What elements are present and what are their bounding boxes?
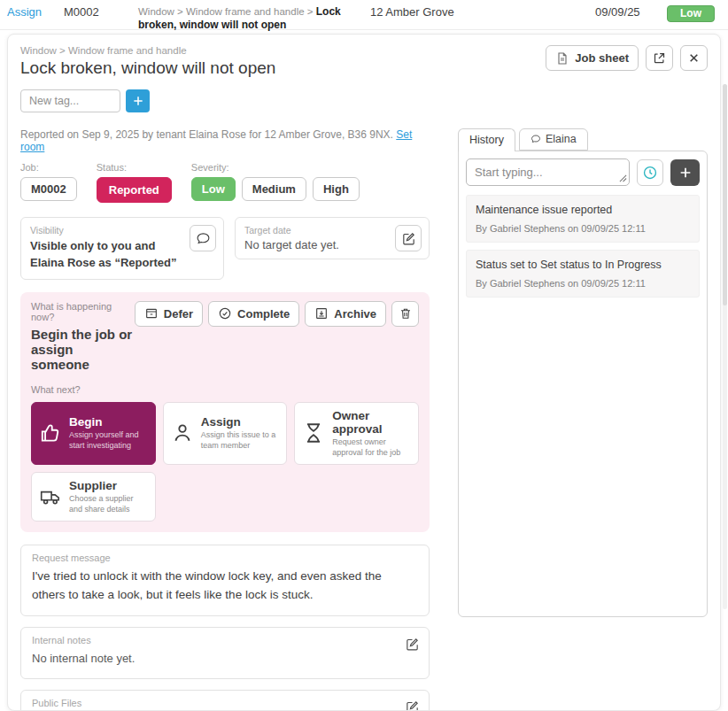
entry-meta: By Gabriel Stephens on 09/09/25 12:11 [476, 223, 690, 234]
header-actions: Job sheet [546, 45, 708, 71]
check-circle-icon [218, 306, 232, 321]
close-icon [688, 52, 700, 64]
target-date-text: No target date yet. [244, 238, 339, 251]
tile-text: Assign Assign this issue to a team membe… [201, 415, 280, 451]
tab-chat-label: Elaina [546, 133, 577, 145]
assign-action-tile[interactable]: Assign Assign this issue to a team membe… [163, 402, 288, 465]
visibility-text: Visible only to you and Elaina Rose as “… [30, 238, 184, 272]
request-message-section: Request message I've tried to unlock it … [20, 545, 430, 616]
add-history-entry-button[interactable] [670, 159, 700, 186]
job-label: Job: [20, 162, 77, 173]
request-message-label: Request message [32, 553, 418, 563]
history-input-row [466, 158, 700, 186]
reported-text: Reported on Sep 9, 2025 by tenant Elaina… [20, 128, 396, 141]
scrollbar-thumb[interactable] [723, 84, 727, 305]
status-pill[interactable]: Reported [97, 177, 172, 203]
add-tag-button[interactable] [126, 89, 150, 112]
target-date-label: Target date [244, 225, 339, 236]
delete-button[interactable] [391, 301, 419, 327]
next-actions-grid: Begin Assign yourself and start investig… [31, 402, 419, 522]
entry-title: Status set to Set status to In Progress [476, 259, 690, 271]
entry-meta: By Gabriel Stephens on 09/09/25 12:11 [476, 278, 690, 289]
internal-notes-section: Internal notes No internal note yet. [20, 627, 430, 679]
now-actions: Defer Complete Archive [135, 301, 419, 327]
plus-icon [132, 95, 144, 107]
history-entry: Maintenance issue reported By Gabriel St… [466, 195, 700, 243]
complete-button[interactable]: Complete [208, 301, 299, 327]
speech-bubble-icon [196, 231, 211, 246]
right-column: History Elaina [458, 128, 708, 711]
severity-high-pill[interactable]: High [313, 177, 360, 201]
edit-icon [401, 231, 416, 246]
clock-icon [642, 165, 658, 181]
tile-title: Owner approval [332, 409, 411, 436]
archive-button[interactable]: Archive [305, 301, 386, 327]
complete-label: Complete [237, 307, 290, 321]
tag-row [20, 89, 708, 112]
speech-bubble-icon [531, 134, 541, 144]
archive-icon [314, 306, 329, 321]
supplier-action-tile[interactable]: Supplier Choose a supplier and share det… [31, 472, 156, 522]
history-note-input[interactable] [466, 158, 630, 186]
tile-subtitle: Assign this issue to a team member [201, 429, 280, 451]
history-entries: Maintenance issue reported By Gabriel St… [466, 195, 700, 298]
visibility-text-block: Visibility Visible only to you and Elain… [30, 225, 184, 272]
now-text-block: What is happening now? Begin the job or … [31, 301, 135, 372]
tile-title: Supplier [69, 479, 148, 492]
tile-text: Begin Assign yourself and start investig… [69, 415, 148, 451]
tab-chat-elaina[interactable]: Elaina [519, 128, 588, 151]
history-tabs: History Elaina [458, 128, 708, 151]
internal-notes-edit-icon[interactable] [405, 637, 420, 652]
topbar-address: 12 Amber Grove [370, 5, 595, 19]
public-files-label: Public Files [32, 698, 418, 708]
topbar-breadcrumb[interactable]: Window > Window frame and handle > Lock … [138, 5, 370, 32]
target-date-card: Target date No target date yet. [235, 217, 430, 259]
breadcrumb: Window > Window frame and handle [20, 45, 275, 56]
severity-medium-pill[interactable]: Medium [242, 177, 306, 201]
begin-action-tile[interactable]: Begin Assign yourself and start investig… [31, 402, 156, 465]
visibility-target-row: Visibility Visible only to you and Elain… [20, 217, 430, 280]
tile-title: Begin [69, 415, 148, 429]
public-files-section: Public Files No files yet. [20, 690, 430, 711]
owner-approval-action-tile[interactable]: Owner approval Request owner approval fo… [294, 402, 419, 465]
archive-label: Archive [334, 307, 376, 321]
card-header: Window > Window frame and handle Lock br… [20, 45, 708, 78]
visibility-chat-button[interactable] [190, 225, 216, 251]
request-message-text: I've tried to unlock it with the window … [32, 568, 418, 605]
now-label: What is happening now? [31, 301, 135, 322]
public-files-edit-icon[interactable] [405, 699, 420, 711]
document-icon [555, 51, 569, 66]
open-external-button[interactable] [646, 45, 673, 71]
job-group: Job: M0002 [20, 162, 77, 203]
action-card: What is happening now? Begin the job or … [20, 292, 430, 533]
defer-button[interactable]: Defer [135, 301, 203, 327]
visibility-label: Visibility [30, 225, 184, 236]
status-label: Status: [97, 162, 172, 173]
topbar-date: 09/09/25 [595, 5, 667, 19]
internal-notes-label: Internal notes [32, 635, 418, 645]
tab-history[interactable]: History [458, 128, 515, 151]
job-sheet-button[interactable]: Job sheet [546, 45, 639, 71]
target-date-edit-button[interactable] [395, 225, 422, 251]
tile-title: Assign [201, 415, 280, 429]
topbar-severity-badge: Low [667, 5, 715, 22]
top-bar: Assign M0002 Window > Window frame and h… [0, 0, 728, 30]
visibility-card: Visibility Visible only to you and Elain… [20, 217, 224, 280]
job-sheet-label: Job sheet [575, 51, 629, 65]
meta-row: Job: M0002 Status: Reported Severity: Lo… [20, 162, 430, 203]
external-link-icon [653, 51, 666, 65]
job-id-pill: M0002 [20, 177, 77, 201]
severity-low-pill[interactable]: Low [191, 177, 236, 201]
tile-subtitle: Assign yourself and start investigating [69, 429, 148, 451]
now-text: Begin the job or assign someone [31, 327, 135, 372]
person-icon [171, 421, 194, 444]
topbar-assign-link[interactable]: Assign [7, 5, 64, 19]
defer-label: Defer [164, 307, 193, 321]
close-button[interactable] [680, 45, 708, 71]
reported-line: Reported on Sep 9, 2025 by tenant Elaina… [20, 128, 430, 153]
status-group: Status: Reported [97, 162, 172, 203]
page-scrollbar[interactable] [723, 84, 727, 609]
severity-label: Severity: [191, 162, 360, 173]
history-time-button[interactable] [637, 159, 663, 186]
new-tag-input[interactable] [20, 89, 120, 112]
